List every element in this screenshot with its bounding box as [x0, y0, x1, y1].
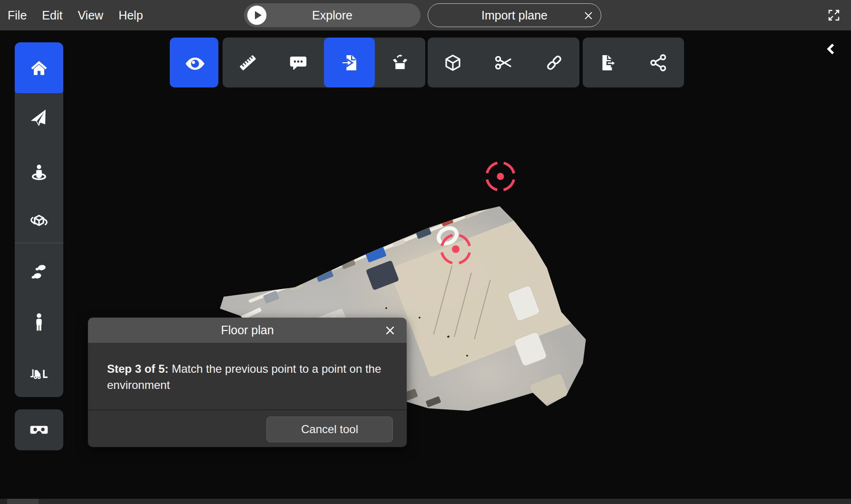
scan-debris [289, 280, 303, 291]
scan-debris [523, 208, 536, 217]
scan-wall-panel [389, 213, 577, 378]
scan-debris [547, 230, 558, 238]
share-icon [648, 53, 668, 73]
sidebar-panel [15, 42, 63, 397]
scan-debris [463, 207, 479, 219]
tool-share-button[interactable] [633, 38, 684, 87]
app-window: File Edit View Help Explore Import plane [0, 0, 851, 504]
tool-cut-button[interactable] [478, 38, 528, 87]
scrollbar-thumb[interactable] [7, 499, 39, 504]
export-document-icon [598, 53, 618, 73]
play-icon [246, 5, 267, 26]
comment-icon [288, 53, 308, 73]
explore-button[interactable]: Explore [244, 3, 421, 27]
dialog-title: Floor plan [221, 323, 274, 337]
fullscreen-icon[interactable] [827, 8, 841, 22]
import-document-icon [340, 53, 360, 73]
sidebar-divider [15, 242, 63, 243]
sidebar-item-forklift-height[interactable] [29, 363, 49, 384]
send-icon [29, 123, 49, 131]
menu-view[interactable]: View [78, 9, 103, 22]
scan-debris [425, 396, 441, 407]
tool-unpack-button[interactable] [375, 38, 425, 87]
scan-debris [415, 226, 431, 239]
unpack-box-icon [390, 53, 410, 73]
toolbar-group-edit [428, 38, 579, 87]
menu-file[interactable]: File [8, 9, 27, 22]
tab-import-plane[interactable]: Import plane [428, 3, 601, 27]
sidebar-item-walk[interactable] [29, 262, 49, 282]
floor-plan-dialog: Floor plan Step 3 of 5: Match the previo… [88, 318, 407, 447]
toolbar-group-share [583, 38, 684, 87]
sidebar-item-send[interactable] [29, 109, 49, 130]
target-dot [497, 173, 504, 180]
eye-icon [184, 53, 204, 73]
tool-view-button[interactable] [169, 38, 219, 87]
menu-edit[interactable]: Edit [42, 9, 62, 22]
tool-link-button[interactable] [529, 38, 579, 87]
menu-help[interactable]: Help [118, 9, 143, 22]
step-instruction: Step 3 of 5: Match the previous point to… [107, 361, 392, 393]
person-icon [29, 326, 49, 334]
tool-measure-button[interactable] [223, 38, 273, 87]
dialog-body: Step 3 of 5: Match the previous point to… [88, 343, 407, 409]
close-icon[interactable] [583, 10, 594, 21]
top-menubar: File Edit View Help Explore Import plane [0, 0, 851, 30]
scan-debris [529, 373, 569, 407]
scrollbar-cap [0, 499, 7, 504]
tool-comments-button[interactable] [273, 38, 323, 87]
tool-import-plane-button[interactable] [324, 38, 375, 87]
scan-debris [263, 291, 279, 304]
footprints-icon [29, 276, 49, 284]
explore-label: Explore [312, 9, 352, 22]
person-in-circle-icon [29, 176, 49, 184]
target-reticle [487, 163, 514, 190]
forklift-icon [29, 377, 49, 385]
sidebar-item-home[interactable] [15, 42, 63, 93]
bottom-scrollbar[interactable] [0, 499, 851, 504]
import-plane-label: Import plane [481, 9, 548, 22]
tool-cube-button[interactable] [428, 38, 478, 87]
dialog-header[interactable]: Floor plan [88, 318, 407, 343]
scan-chair [366, 260, 400, 291]
step-counter: Step 3 of 5: [107, 362, 168, 375]
toolbar-group-annotate [223, 38, 425, 87]
scan-debris [341, 258, 356, 270]
close-icon[interactable] [384, 324, 396, 337]
tool-export-button[interactable] [583, 38, 633, 87]
orbit-cube-icon [29, 225, 49, 233]
scan-debris [365, 246, 386, 263]
toolbar-group-view [170, 38, 218, 87]
cube-icon [443, 53, 463, 73]
sidebar-item-person-height[interactable] [29, 311, 49, 332]
sidebar-item-vr[interactable] [15, 409, 63, 450]
sidebar-item-place-view[interactable] [29, 162, 49, 183]
dialog-footer: Cancel tool [88, 409, 407, 447]
cancel-tool-button[interactable]: Cancel tool [266, 417, 393, 442]
scan-debris [385, 307, 387, 309]
home-icon [29, 58, 49, 78]
chevron-left-icon[interactable] [824, 42, 838, 56]
ruler-icon [238, 53, 258, 73]
vr-headset-icon [29, 419, 49, 440]
scissors-icon [493, 53, 513, 73]
scan-debris [315, 268, 334, 282]
sidebar-item-orbit[interactable] [29, 211, 49, 232]
scan-debris [391, 237, 405, 247]
link-icon [544, 53, 564, 73]
menubar: File Edit View Help [8, 0, 143, 30]
